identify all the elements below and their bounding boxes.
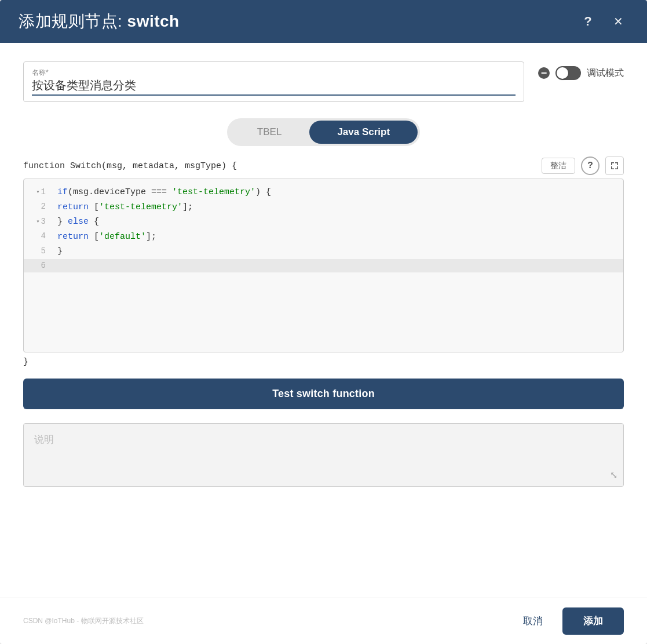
toggle-knob bbox=[557, 67, 568, 79]
fold-arrow: ▾ bbox=[36, 217, 40, 227]
watermark: CSDN @IoTHub - 物联网开源技术社区 bbox=[23, 616, 144, 626]
debug-label: 调试模式 bbox=[587, 67, 624, 79]
line-number: 4 bbox=[24, 230, 52, 245]
code-line: ▾3} else { bbox=[24, 214, 623, 230]
line-number: 5 bbox=[24, 244, 52, 259]
name-input[interactable] bbox=[32, 79, 516, 92]
code-line: 4 return ['default']; bbox=[24, 230, 623, 245]
name-underline bbox=[32, 94, 516, 96]
resize-handle[interactable]: ⤡ bbox=[610, 470, 617, 481]
func-tools: 整洁 ? bbox=[542, 157, 624, 175]
header-actions: ? ✕ bbox=[577, 11, 628, 32]
help-circle-icon[interactable]: ? bbox=[581, 157, 600, 175]
func-signature-text: function Switch(msg, metadata, msgType) … bbox=[23, 161, 237, 171]
tab-container: TBEL Java Script bbox=[227, 118, 420, 146]
func-signature-row: function Switch(msg, metadata, msgType) … bbox=[23, 157, 624, 175]
add-button[interactable]: 添加 bbox=[562, 607, 624, 635]
line-number: 2 bbox=[24, 200, 52, 215]
name-label: 名称* bbox=[32, 68, 516, 78]
line-number: ▾1 bbox=[24, 185, 52, 200]
title-prefix: 添加规则节点: bbox=[19, 12, 127, 30]
title-bold: switch bbox=[127, 12, 180, 30]
code-lines: ▾1if(msg.deviceType === 'test-telemetry'… bbox=[24, 179, 623, 278]
line-content: return ['default']; bbox=[52, 230, 623, 245]
footer-row: CSDN @IoTHub - 物联网开源技术社区 取消 添加 bbox=[0, 598, 647, 644]
debug-mode-wrap: − 调试模式 bbox=[538, 66, 624, 80]
description-area[interactable]: 说明 ⤡ bbox=[23, 423, 624, 487]
tab-javascript[interactable]: Java Script bbox=[309, 121, 418, 144]
func-close: } bbox=[23, 357, 624, 367]
debug-toggle-icon: − bbox=[538, 67, 550, 79]
name-row: 名称* − 调试模式 bbox=[23, 61, 624, 102]
name-field-wrap: 名称* bbox=[23, 61, 524, 102]
help-button[interactable]: ? bbox=[577, 11, 598, 32]
dialog-body: 名称* − 调试模式 TBEL Java Script bbox=[0, 43, 647, 598]
line-number: 6 bbox=[24, 259, 52, 273]
tab-row: TBEL Java Script bbox=[23, 118, 624, 146]
line-content: } else { bbox=[52, 214, 623, 230]
line-content: if(msg.deviceType === 'test-telemetry') … bbox=[52, 185, 623, 200]
code-line: 6 bbox=[24, 259, 623, 273]
description-placeholder: 说明 bbox=[34, 434, 54, 445]
line-content: } bbox=[52, 244, 623, 259]
dialog-title: 添加规则节点: switch bbox=[19, 10, 180, 32]
clean-button[interactable]: 整洁 bbox=[542, 158, 575, 174]
code-line: ▾1if(msg.deviceType === 'test-telemetry'… bbox=[24, 185, 623, 200]
debug-toggle[interactable] bbox=[555, 66, 581, 80]
line-content bbox=[52, 259, 623, 273]
line-number: ▾3 bbox=[24, 214, 52, 230]
line-content: return ['test-telemetry']; bbox=[52, 200, 623, 215]
cancel-button[interactable]: 取消 bbox=[513, 609, 553, 634]
test-switch-button[interactable]: Test switch function bbox=[23, 379, 624, 409]
code-line: 2 return ['test-telemetry']; bbox=[24, 200, 623, 215]
fold-arrow: ▾ bbox=[36, 187, 40, 197]
code-line: 5} bbox=[24, 244, 623, 259]
help-icon: ? bbox=[584, 14, 591, 29]
close-icon: ✕ bbox=[613, 14, 623, 28]
code-editor[interactable]: ▾1if(msg.deviceType === 'test-telemetry'… bbox=[23, 179, 624, 352]
close-button[interactable]: ✕ bbox=[608, 11, 628, 32]
dialog: 添加规则节点: switch ? ✕ 名称* − bbox=[0, 0, 647, 644]
dialog-header: 添加规则节点: switch ? ✕ bbox=[0, 0, 647, 43]
tab-tbel[interactable]: TBEL bbox=[229, 121, 310, 144]
expand-icon[interactable] bbox=[605, 157, 624, 175]
